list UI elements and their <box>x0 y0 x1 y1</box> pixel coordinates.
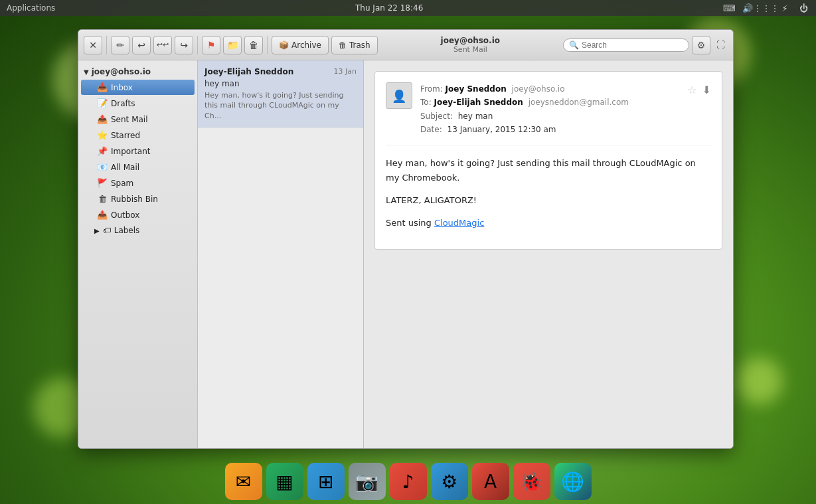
email-subject: hey man <box>204 79 357 88</box>
window-toolbar: ✕ ✏ ↩ ↩↩ ↪ ⚑ 📁 🗑 📦 Archive 🗑 <box>78 30 733 60</box>
sidebar-item-starred[interactable]: ⭐Starred <box>81 127 195 143</box>
all-icon: 📧 <box>97 162 108 172</box>
sidebar-item-outbox[interactable]: 📤Outbox <box>81 207 195 222</box>
sidebar-item-rubbish[interactable]: 🗑Rubbish Bin <box>81 191 195 207</box>
sidebar-item-sent[interactable]: 📤Sent Mail <box>81 112 195 127</box>
bluetooth-icon[interactable]: ⚡ <box>779 2 791 14</box>
grid-app-icon: ⊞ <box>318 471 333 493</box>
typeface-app-icon: A <box>484 471 497 493</box>
earth-app-icon: 🌐 <box>561 471 584 493</box>
delete-button[interactable]: 🗑 <box>244 36 263 54</box>
archive-icon: 📦 <box>279 41 289 50</box>
network-icon[interactable]: ⋮⋮⋮ <box>760 2 772 14</box>
dock-item-calc[interactable]: ▦ <box>266 463 303 500</box>
account-email: joey@ohso.io <box>441 36 500 45</box>
download-button[interactable]: ⬇ <box>702 84 711 96</box>
starred-icon: ⭐ <box>97 130 108 140</box>
reply-all-button[interactable]: ↩↩ <box>153 36 172 54</box>
trash-icon: 🗑 <box>339 41 347 50</box>
to-line: To: Joey-Elijah Sneddon joeysneddon@gmai… <box>420 96 679 109</box>
email-sender: Joey-Elijah Sneddon <box>204 67 293 76</box>
window-body: ▼ joey@ohso.io 📥Inbox📝Drafts📤Sent Mail⭐S… <box>78 60 733 448</box>
toolbar-separator <box>197 36 198 54</box>
expand-button[interactable]: ⛶ <box>713 38 728 52</box>
search-box[interactable]: 🔍 <box>563 39 689 52</box>
sidebar-labels-item[interactable]: ▶ 🏷 Labels <box>78 223 197 238</box>
to-name: Joey-Elijah Sneddon <box>434 98 523 107</box>
sidebar-account[interactable]: ▼ joey@ohso.io <box>78 64 197 79</box>
email-body: Hey man, how's it going? Just sending th… <box>386 156 711 230</box>
music-app-icon: ♪ <box>402 471 414 493</box>
flag-button[interactable]: ⚑ <box>202 36 220 54</box>
calc-app-icon: ▦ <box>276 471 293 493</box>
body-paragraph-1: Hey man, how's it going? Just sending th… <box>386 156 711 185</box>
avatar: 👤 <box>386 82 412 109</box>
rubbish-icon: 🗑 <box>97 194 108 204</box>
email-meta: 👤 From: Joey Sneddon joey@ohso.io To: Jo… <box>386 82 711 145</box>
move-icon: 📁 <box>227 40 238 50</box>
email-list-item[interactable]: Joey-Elijah Sneddon 13 Jan hey man Hey m… <box>198 60 363 128</box>
search-input[interactable] <box>582 41 675 50</box>
close-button[interactable]: ✕ <box>84 36 102 54</box>
sidebar-item-label: Inbox <box>111 83 133 92</box>
sidebar-item-spam[interactable]: 🚩Spam <box>81 175 195 191</box>
settings-button[interactable]: ⚙ <box>692 36 710 54</box>
from-email: joey@ohso.io <box>512 84 565 94</box>
sidebar-item-drafts[interactable]: 📝Drafts <box>81 96 195 111</box>
email-list: Joey-Elijah Sneddon 13 Jan hey man Hey m… <box>198 60 364 448</box>
bug-app-icon: 🐞 <box>520 471 543 493</box>
dock-item-bug[interactable]: 🐞 <box>513 463 550 500</box>
forward-icon: ↪ <box>180 40 188 50</box>
email-card: 👤 From: Joey Sneddon joey@ohso.io To: Jo… <box>374 71 722 250</box>
volume-icon[interactable]: 🔊 <box>742 2 754 14</box>
avatar-icon: 👤 <box>392 89 406 103</box>
sidebar-item-label: All Mail <box>111 163 139 172</box>
dock-item-camera[interactable]: 📷 <box>349 463 386 500</box>
dock-item-mail[interactable]: ✉ <box>225 463 262 500</box>
sidebar-item-label: Rubbish Bin <box>111 195 158 204</box>
drafts-icon: 📝 <box>97 98 108 108</box>
subject-label: Subject: <box>420 112 453 121</box>
forward-button[interactable]: ↪ <box>175 36 193 54</box>
subject-value: hey man <box>458 112 493 121</box>
search-icon: 🔍 <box>569 41 579 50</box>
toolbar-separator <box>267 36 268 54</box>
cloudmagic-link[interactable]: CloudMagic <box>434 218 484 228</box>
sent-icon: 📤 <box>97 114 108 124</box>
sidebar-item-important[interactable]: 📌Important <box>81 143 195 159</box>
to-label: To: <box>420 98 434 107</box>
sidebar-item-label: Drafts <box>111 99 135 108</box>
mail-window: ✕ ✏ ↩ ↩↩ ↪ ⚑ 📁 🗑 📦 Archive 🗑 <box>78 29 734 449</box>
from-label: From: <box>420 84 446 94</box>
reply-button[interactable]: ↩ <box>132 36 151 54</box>
applications-label[interactable]: Applications <box>7 3 55 13</box>
inbox-icon: 📥 <box>97 82 108 92</box>
dock-item-music[interactable]: ♪ <box>390 463 427 500</box>
sidebar-item-all[interactable]: 📧All Mail <box>81 159 195 175</box>
expand-icon: ⛶ <box>716 40 725 50</box>
topbar-icons: ⌨ 🔊 ⋮⋮⋮ ⚡ ⏻ <box>723 2 809 14</box>
dock-item-grid[interactable]: ⊞ <box>307 463 345 500</box>
compose-button[interactable]: ✏ <box>111 36 129 54</box>
important-icon: 📌 <box>97 146 108 156</box>
move-button[interactable]: 📁 <box>223 36 242 54</box>
sidebar-item-label: Important <box>111 147 151 156</box>
dock-item-typeface[interactable]: A <box>472 463 509 500</box>
account-label: joey@ohso.io Sent Mail <box>441 36 500 54</box>
settings-app-icon: ⚙ <box>441 471 457 493</box>
power-icon[interactable]: ⏻ <box>797 2 809 14</box>
sidebar-item-inbox[interactable]: 📥Inbox <box>81 80 195 95</box>
sidebar-item-label: Starred <box>111 131 140 140</box>
dock-item-earth[interactable]: 🌐 <box>554 463 592 500</box>
archive-button[interactable]: 📦 Archive <box>272 36 329 54</box>
from-line: From: Joey Sneddon joey@ohso.io <box>420 82 679 96</box>
keyboard-icon[interactable]: ⌨ <box>723 2 735 14</box>
expand-arrow-icon: ▼ <box>84 68 89 76</box>
trash-button[interactable]: 🗑 Trash <box>331 36 378 54</box>
flag-icon: ⚑ <box>207 40 216 50</box>
reply-all-icon: ↩↩ <box>157 41 169 49</box>
mail-app-icon: ✉ <box>236 471 251 493</box>
dock-item-settings[interactable]: ⚙ <box>431 463 468 500</box>
labels-icon: 🏷 <box>103 226 111 235</box>
star-button[interactable]: ☆ <box>687 84 696 96</box>
